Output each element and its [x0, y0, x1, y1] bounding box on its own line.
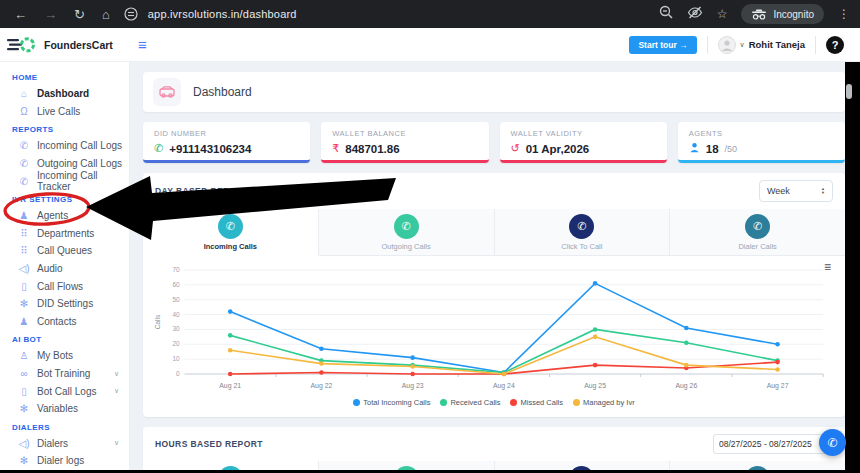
click-to-call-icon: ✆: [569, 214, 594, 239]
reload-icon[interactable]: ↻: [74, 7, 85, 22]
svg-text:50: 50: [172, 296, 180, 303]
legend-dot: [573, 399, 580, 406]
tab-label: Dialer Calls: [738, 242, 776, 251]
chart-menu-icon[interactable]: ≡: [824, 260, 831, 274]
day-chart-area: ≡ 010203040506070CallsAug 21Aug 22Aug 23…: [143, 256, 845, 417]
rupee-icon: ₹: [332, 142, 339, 155]
tab-incoming-calls[interactable]: ✆ Incoming Calls: [143, 209, 319, 256]
sidebar-toggle-icon[interactable]: ≡: [138, 36, 147, 53]
phone-doc-icon: ▯: [18, 281, 30, 292]
sidebar-item-dialers[interactable]: ◁) Dialers ∨: [12, 435, 129, 453]
infinity-icon: ∞: [18, 368, 30, 379]
sidebar-item-label: Contacts: [37, 316, 76, 327]
stat-card-wallet-balance: WALLET BALANCE ₹ 848701.86: [321, 122, 488, 163]
sidebar-item-label: Incoming Call Tracker: [37, 170, 129, 192]
tab-dialer-calls[interactable]: ✆ Dialer Calls: [670, 209, 845, 256]
gear-icon: ✻: [18, 298, 30, 309]
svg-text:Aug 27: Aug 27: [767, 382, 789, 390]
hours-report-title: HOURS BASED REPORT: [155, 439, 263, 449]
bookmark-star-icon[interactable]: ☆: [717, 7, 728, 21]
svg-text:10: 10: [172, 355, 180, 362]
zoom-out-icon[interactable]: [659, 5, 673, 23]
back-icon[interactable]: ←: [14, 7, 27, 22]
user-avatar[interactable]: [718, 36, 736, 54]
stat-suffix: /50: [725, 144, 738, 154]
day-chart: 010203040506070CallsAug 21Aug 22Aug 23Au…: [151, 262, 837, 394]
sidebar-item-contacts[interactable]: ♟ Contacts: [12, 313, 129, 331]
legend-item[interactable]: Managed by Ivr: [573, 398, 635, 407]
legend-item[interactable]: Total Incoming Calls: [353, 398, 430, 407]
sidebar-item-dialer-logs[interactable]: ✻ Dialer logs: [12, 452, 129, 470]
phone-icon: ✆: [18, 176, 30, 187]
eye-slash-icon[interactable]: [687, 5, 703, 23]
stat-label: WALLET VALIDITY: [511, 129, 656, 138]
period-select-value: Week: [767, 186, 790, 196]
sidebar-item-label: Call Flows: [37, 281, 83, 292]
select-spinner-icon: ▲▼: [821, 187, 825, 195]
browser-home-icon[interactable]: ⌂: [102, 7, 110, 22]
chevron-down-icon: ∨: [114, 387, 119, 395]
stat-value: 18: [706, 143, 719, 155]
svg-text:Aug 21: Aug 21: [219, 382, 241, 390]
forward-icon[interactable]: →: [44, 7, 57, 22]
sidebar-item-label: Dashboard: [37, 88, 89, 99]
sidebar-item-bot-training[interactable]: ∞ Bot Training ∨: [12, 365, 129, 383]
sidebar-item-call-queues[interactable]: ⠿ Call Queues: [12, 242, 129, 260]
speaker-icon: ◁): [18, 263, 30, 274]
chart-legend: Total Incoming Calls Received Calls Miss…: [151, 398, 837, 415]
sidebar-item-incoming-call-tracker[interactable]: ✆ Incoming Call Tracker: [12, 172, 129, 190]
sidebar-item-label: Departments: [37, 228, 94, 239]
address-bar[interactable]: app.ivrsolutions.in/dashboard: [124, 7, 659, 21]
sidebar-item-label: Outgoing Call Logs: [37, 158, 122, 169]
user-name[interactable]: Rohit Taneja: [749, 39, 805, 50]
support-chat-button[interactable]: ✆: [819, 429, 846, 456]
svg-text:20: 20: [172, 340, 180, 347]
headset-icon: Ω: [18, 106, 30, 117]
robot-icon: ♙: [18, 350, 30, 361]
svg-text:Calls: Calls: [154, 315, 161, 329]
page-title: Dashboard: [193, 85, 252, 99]
sidebar-item-audio[interactable]: ◁) Audio: [12, 260, 129, 278]
stat-label: AGENTS: [689, 129, 834, 138]
help-button[interactable]: ?: [826, 36, 844, 54]
phone-icon: ✆: [154, 142, 163, 155]
legend-dot: [510, 399, 517, 406]
gear-icon: ✻: [18, 455, 30, 466]
svg-text:Aug 25: Aug 25: [584, 382, 606, 390]
tab-label: Click To Call: [561, 242, 602, 251]
sidebar-item-call-flows[interactable]: ▯ Call Flows: [12, 277, 129, 295]
legend-dot: [353, 399, 360, 406]
stat-card-did-number: DID NUMBER ✆ +911143106234: [143, 122, 310, 163]
legend-dot: [440, 399, 447, 406]
tab-label: Outgoing Calls: [382, 242, 431, 251]
tab-click-to-call[interactable]: ✆ Click To Call: [495, 209, 671, 256]
screen-edge-right: [845, 62, 860, 473]
main-content: Dashboard DID NUMBER ✆ +911143106234 WAL…: [130, 62, 860, 473]
browser-menu-icon[interactable]: ⋮: [838, 7, 850, 21]
sidebar-item-variables[interactable]: ✻ Variables: [12, 400, 129, 418]
sidebar-item-label: Dialer logs: [37, 455, 84, 466]
stat-card-agents: AGENTS 18 /50: [678, 122, 845, 163]
site-settings-icon[interactable]: [124, 7, 140, 21]
svg-text:Aug 22: Aug 22: [310, 382, 332, 390]
sidebar-section-ai-bot: AI BOT: [12, 335, 129, 344]
sidebar-item-incoming-call-logs[interactable]: ✆ Incoming Call Logs: [12, 137, 129, 155]
legend-item[interactable]: Received Calls: [440, 398, 500, 407]
sidebar-item-dashboard[interactable]: ⌂ Dashboard: [12, 85, 129, 103]
sidebar-item-bot-call-logs[interactable]: ▯ Bot Call Logs ∨: [12, 382, 129, 400]
tab-outgoing-calls[interactable]: ✆ Outgoing Calls: [319, 209, 495, 256]
date-range-input[interactable]: [713, 434, 833, 454]
user-menu-caret-icon[interactable]: ∨: [740, 41, 745, 49]
grid-icon: ⠿: [18, 245, 30, 256]
sidebar-item-my-bots[interactable]: ♙ My Bots: [12, 347, 129, 365]
sidebar-item-agents[interactable]: ♟ Agents: [12, 207, 129, 225]
legend-item[interactable]: Missed Calls: [510, 398, 563, 407]
stat-label: DID NUMBER: [154, 129, 299, 138]
sidebar-item-departments[interactable]: ⠿ Departments: [12, 225, 129, 243]
sidebar-section-reports: REPORTS: [12, 125, 129, 134]
scrollbar-thumb[interactable]: [846, 84, 852, 99]
sidebar-item-live-calls[interactable]: Ω Live Calls: [12, 103, 129, 121]
start-tour-button[interactable]: Start tour →: [629, 36, 696, 54]
sidebar-item-did-settings[interactable]: ✻ DID Settings: [12, 295, 129, 313]
period-select[interactable]: Week ▲▼: [759, 180, 833, 202]
